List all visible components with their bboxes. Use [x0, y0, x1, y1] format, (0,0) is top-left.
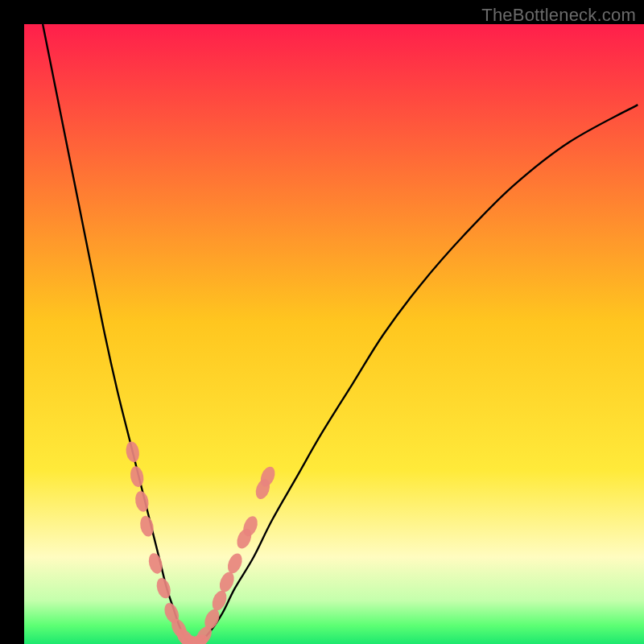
chart-frame: TheBottleneck.com — [0, 0, 644, 644]
gradient-background — [24, 24, 644, 644]
plot-area — [24, 24, 644, 644]
bottleneck-chart — [24, 24, 644, 644]
watermark-text: TheBottleneck.com — [481, 5, 636, 26]
